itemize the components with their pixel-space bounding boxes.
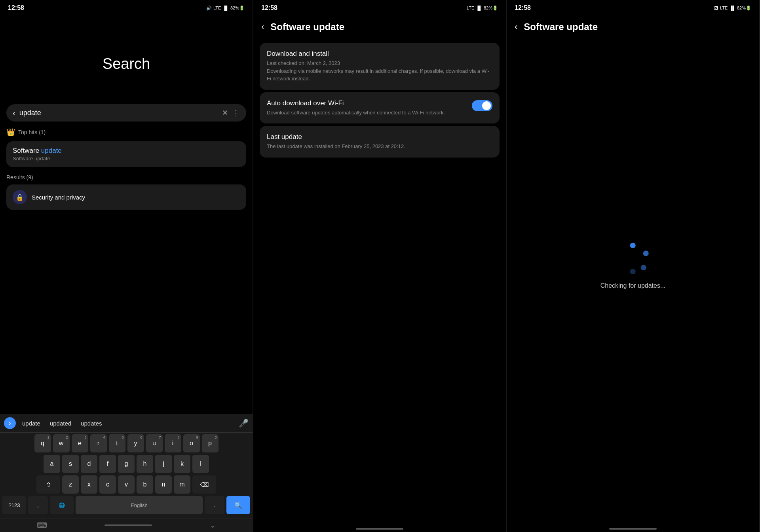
status-time-2: 12:58 [261,4,277,11]
spinner-dot-3 [641,265,646,270]
key-z[interactable]: z [62,475,79,494]
top-hits-text: Top hits (1) [18,129,46,135]
keyboard-rows: 1q 2w 3e 4r 5t 6y 7u 8i 9o 0p a s d f g … [0,433,253,518]
key-search[interactable]: 🔍 [226,496,250,514]
key-x[interactable]: x [81,475,97,494]
keyboard-row-1: 1q 2w 3e 4r 5t 6y 7u 8i 9o 0p [2,434,250,452]
key-v[interactable]: v [118,475,135,494]
page-title-2: Software update [270,21,344,32]
key-i[interactable]: 8i [165,434,181,452]
key-period[interactable]: . [205,496,224,514]
status-bar-2: 12:58 LTE ▐▌ 82%🔋 [253,0,506,16]
key-p[interactable]: 0p [202,434,218,452]
key-shift[interactable]: ⇧ [36,475,60,494]
results-label: Results (9) [0,169,253,183]
page-header-2: ‹ Software update [253,16,506,40]
loading-spinner [617,243,649,274]
top-hit-highlight: update [41,147,62,154]
last-update-card[interactable]: Last update The last update was installe… [260,126,500,158]
status-bar-3: 12:58 🖼 LTE ▐▌ 82%🔋 [507,0,759,16]
auto-download-text: Auto download over Wi-Fi Download softwa… [267,99,466,117]
key-b[interactable]: b [137,475,153,494]
result-item-security[interactable]: 🔒 Security and privacy [6,184,246,210]
battery-indicator-3: 82%🔋 [737,6,751,11]
keyboard-row-2: a s d f g h j k l [2,455,250,473]
network-indicator-1: LTE [213,6,221,10]
key-globe[interactable]: 🌐 [50,496,74,514]
signal-indicator-1: 🔊 [206,6,212,11]
keyboard-icon[interactable]: ⌨ [37,521,47,530]
signal-bars-3: ▐▌ [729,6,735,10]
download-install-title: Download and install [267,50,492,58]
status-time-1: 12:58 [8,4,24,11]
key-e[interactable]: 3e [72,434,88,452]
key-m[interactable]: m [174,475,190,494]
auto-download-toggle[interactable] [472,100,492,111]
status-icons-2: LTE ▐▌ 82%🔋 [467,6,498,11]
key-r[interactable]: 4r [90,434,107,452]
key-d[interactable]: d [81,455,97,473]
page-header-3: ‹ Software update [507,16,759,40]
keyboard-arrow[interactable]: › [4,417,16,429]
search-bar[interactable]: ‹ update ✕ ⋮ [6,104,246,122]
key-t[interactable]: 5t [109,434,125,452]
search-back-icon[interactable]: ‹ [13,108,15,118]
key-u[interactable]: 7u [146,434,163,452]
key-c[interactable]: c [99,475,116,494]
bottom-indicator-2 [356,528,403,530]
security-icon: 🔒 [13,190,27,204]
crown-icon: 👑 [6,128,15,137]
key-f[interactable]: f [99,455,116,473]
top-hit-subtitle: Software update [13,156,240,162]
suggestion-updates[interactable]: updates [78,418,105,428]
search-more-icon[interactable]: ⋮ [232,108,240,118]
back-button-3[interactable]: ‹ [515,22,517,32]
auto-download-card[interactable]: Auto download over Wi-Fi Download softwa… [260,92,500,124]
bottom-indicator [104,524,152,526]
top-hit-card[interactable]: Software update Software update [6,141,246,167]
key-l[interactable]: l [192,455,209,473]
key-j[interactable]: j [155,455,172,473]
microphone-icon[interactable]: 🎤 [239,418,249,428]
download-install-desc1: Last checked on: March 2, 2023 [267,59,492,67]
key-comma[interactable]: , [28,496,48,514]
checking-area: Checking for updates... [600,243,666,289]
search-clear-icon[interactable]: ✕ [222,108,228,117]
toggle-thumb [482,101,491,110]
auto-download-row: Auto download over Wi-Fi Download softwa… [267,99,492,117]
auto-download-desc: Download software updates automatically … [267,109,466,117]
spinner-dot-1 [630,243,636,248]
key-h[interactable]: h [137,455,153,473]
bottom-indicator-3 [609,528,657,530]
spinner-dot-2 [643,251,649,256]
key-w[interactable]: 2w [53,434,70,452]
bottom-bar-3 [507,526,759,532]
key-n[interactable]: n [155,475,172,494]
download-install-card[interactable]: Download and install Last checked on: Ma… [260,43,500,90]
key-o[interactable]: 9o [183,434,200,452]
key-s[interactable]: s [62,455,79,473]
key-q[interactable]: 1q [34,434,51,452]
panel-checking: 12:58 🖼 LTE ▐▌ 82%🔋 ‹ Software update Ch… [507,0,760,532]
search-input[interactable]: update [19,109,218,117]
page-title-3: Software update [524,21,598,32]
suggestion-updated[interactable]: updated [47,418,74,428]
key-y[interactable]: 6y [127,434,144,452]
back-button-2[interactable]: ‹ [261,22,264,32]
photo-icon: 🖼 [714,6,718,10]
panel-software-update: 12:58 LTE ▐▌ 82%🔋 ‹ Software update Down… [253,0,507,532]
key-a[interactable]: a [44,455,60,473]
top-hit-prefix: Software [13,147,41,154]
key-symbols[interactable]: ?123 [2,496,26,514]
key-g[interactable]: g [118,455,135,473]
status-icons-3: 🖼 LTE ▐▌ 82%🔋 [714,6,751,11]
suggestion-update[interactable]: update [19,418,44,428]
signal-indicator-2: LTE [467,6,474,10]
collapse-keyboard-icon[interactable]: ⌄ [210,521,216,530]
key-backspace[interactable]: ⌫ [192,475,216,494]
status-icons-1: 🔊 LTE ▐▌ 82%🔋 [206,6,245,11]
key-space[interactable]: English [76,496,203,514]
panel-search: 12:58 🔊 LTE ▐▌ 82%🔋 Search ‹ update ✕ ⋮ … [0,0,253,532]
key-k[interactable]: k [174,455,190,473]
download-install-desc2: Downloading via mobile networks may resu… [267,67,492,83]
